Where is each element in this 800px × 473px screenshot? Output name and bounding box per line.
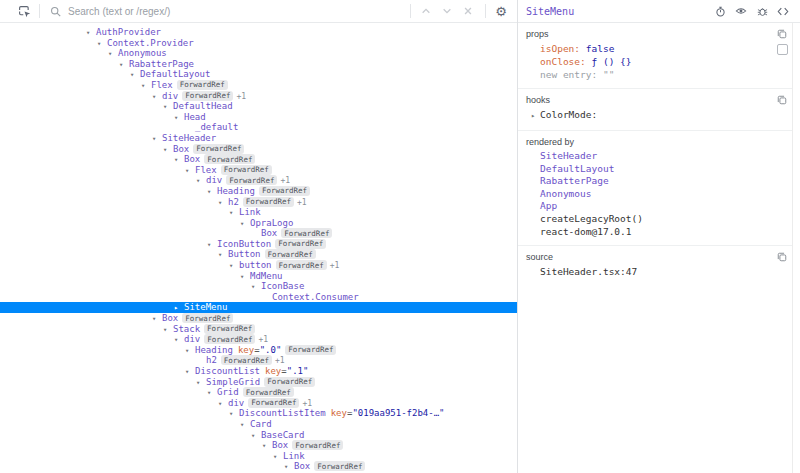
clear-search-icon[interactable] [460, 3, 476, 19]
tree-row--default[interactable]: _default [0, 122, 517, 133]
tree-row-link[interactable]: ▾Link [0, 451, 517, 462]
expand-arrow-icon[interactable]: ▾ [251, 431, 261, 442]
expand-arrow-icon[interactable]: ▾ [119, 60, 129, 71]
expand-arrow-icon[interactable]: ▾ [163, 102, 173, 113]
expand-arrow-icon[interactable]: ▾ [174, 155, 184, 166]
expand-arrow-icon[interactable]: ▾ [196, 378, 206, 389]
expand-arrow-icon[interactable]: ▾ [174, 335, 184, 346]
expand-arrow-icon[interactable]: ▾ [152, 314, 162, 325]
tree-row-h2[interactable]: h2ForwardRef+1 [0, 355, 517, 366]
expand-arrow-icon[interactable]: ▾ [229, 409, 239, 420]
copy-icon[interactable] [777, 95, 787, 105]
expand-arrow-icon[interactable]: ▾ [141, 81, 151, 92]
tree-row-link[interactable]: ▾Link [0, 207, 517, 218]
tree-row-grid[interactable]: ▾GridForwardRef [0, 387, 517, 398]
expand-arrow-icon[interactable]: ▾ [251, 282, 261, 293]
expand-arrow-icon[interactable]: ▾ [163, 145, 173, 156]
expand-arrow-icon[interactable]: ▾ [229, 208, 239, 219]
prop-value[interactable]: false [586, 43, 615, 54]
tree-row-context-consumer[interactable]: Context.Consumer [0, 292, 517, 303]
search-input[interactable] [68, 6, 403, 17]
tree-row-button[interactable]: ▾buttonForwardRef+1 [0, 260, 517, 271]
tree-row-sitemenu[interactable]: ▸SiteMenu [0, 302, 517, 313]
tree-row-discountlist[interactable]: ▾DiscountListkey=".1" [0, 366, 517, 377]
rendered-by-item[interactable]: DefaultLayout [526, 163, 784, 176]
rendered-by-item[interactable]: SiteHeader [526, 150, 784, 163]
expand-arrow-icon[interactable]: ▾ [218, 250, 228, 261]
bug-icon[interactable] [754, 3, 770, 19]
tree-row-div[interactable]: ▾divForwardRef+1 [0, 398, 517, 409]
tree-row-basecard[interactable]: ▾BaseCard [0, 430, 517, 441]
expand-arrow-icon[interactable]: ▾ [207, 388, 217, 399]
expand-arrow-icon[interactable]: ▾ [152, 92, 162, 103]
expand-arrow-icon[interactable]: ▾ [196, 176, 206, 187]
expand-arrow-icon[interactable]: ▾ [218, 399, 228, 410]
tree-row-anonymous[interactable]: ▾Anonymous [0, 48, 517, 59]
expand-arrow-icon[interactable]: ▾ [240, 219, 250, 230]
new-entry-row[interactable]: new entry: "" [526, 68, 784, 81]
tree-row-siteheader[interactable]: ▾SiteHeader [0, 133, 517, 144]
tree-row-div[interactable]: ▾divForwardRef+1 [0, 91, 517, 102]
tree-row-defaulthead[interactable]: ▾DefaultHead [0, 101, 517, 112]
settings-gear-icon[interactable]: ⚙ [493, 3, 509, 19]
tree-row-defaultlayout[interactable]: ▾DefaultLayout [0, 69, 517, 80]
view-source-icon[interactable] [775, 3, 791, 19]
expand-arrow-icon[interactable]: ▸ [531, 110, 540, 123]
expand-arrow-icon[interactable]: ▾ [240, 420, 250, 431]
tree-row-box[interactable]: ▾BoxForwardRef [0, 313, 517, 324]
expand-arrow-icon[interactable]: ▾ [207, 240, 217, 251]
tree-row-flex[interactable]: ▾FlexForwardRef [0, 80, 517, 91]
expand-arrow-icon[interactable]: ▾ [207, 187, 217, 198]
tree-row-div[interactable]: ▾divForwardRef+1 [0, 334, 517, 345]
tree-row-discountlistitem[interactable]: ▾DiscountListItemkey="019aa951-f2b4-…" [0, 408, 517, 419]
tree-row-h2[interactable]: ▾h2ForwardRef+1 [0, 197, 517, 208]
rendered-by-item[interactable]: RabatterPage [526, 175, 784, 188]
tree-row-stack[interactable]: ▾StackForwardRef [0, 324, 517, 335]
expand-arrow-icon[interactable]: ▾ [185, 367, 195, 378]
expand-arrow-icon[interactable]: ▾ [130, 70, 140, 81]
tree-row-heading[interactable]: ▾Headingkey=".0"ForwardRef [0, 345, 517, 356]
tree-row-authprovider[interactable]: ▾AuthProvider [0, 27, 517, 38]
tree-row-box[interactable]: BoxForwardRef [0, 228, 517, 239]
rendered-by-item[interactable]: Anonymous [526, 188, 784, 201]
prev-match-icon[interactable] [418, 3, 434, 19]
tree-row-box[interactable]: ▾BoxForwardRef [0, 440, 517, 451]
expand-arrow-icon[interactable]: ▾ [108, 49, 118, 60]
copy-icon[interactable] [777, 252, 787, 262]
timer-icon[interactable] [712, 3, 728, 19]
hook-row-colormode[interactable]: ▸ColorMode: [526, 108, 784, 123]
expand-arrow-icon[interactable]: ▾ [185, 346, 195, 357]
expand-arrow-icon[interactable]: ▾ [97, 39, 107, 50]
tree-row-card[interactable]: ▾Card [0, 419, 517, 430]
tree-row-box[interactable]: ▾BoxForwardRef [0, 144, 517, 155]
expand-arrow-icon[interactable]: ▾ [163, 325, 173, 336]
expand-arrow-icon[interactable]: ▾ [152, 134, 162, 145]
tree-row-button[interactable]: ▾ButtonForwardRef [0, 249, 517, 260]
tree-row-div[interactable]: ▾divForwardRef+1 [0, 175, 517, 186]
expand-arrow-icon[interactable]: ▾ [86, 28, 96, 39]
scrollbar-gutter[interactable] [792, 23, 800, 473]
tree-row-mdmenu[interactable]: ▾MdMenu [0, 271, 517, 282]
expand-arrow-icon[interactable]: ▾ [185, 166, 195, 177]
inspect-icon[interactable] [16, 3, 32, 19]
expand-arrow-icon[interactable]: ▾ [284, 462, 294, 473]
tree-row-flex[interactable]: ▾FlexForwardRef [0, 165, 517, 176]
expand-arrow-icon[interactable]: ▾ [273, 452, 283, 463]
next-match-icon[interactable] [439, 3, 455, 19]
props-checkbox[interactable] [777, 44, 788, 55]
copy-icon[interactable] [777, 29, 787, 39]
rendered-by-item[interactable]: App [526, 200, 784, 213]
tree-row-box[interactable]: ▾BoxForwardRef [0, 461, 517, 472]
tree-row-heading[interactable]: ▾HeadingForwardRef [0, 186, 517, 197]
expand-arrow-icon[interactable]: ▾ [240, 272, 250, 283]
tree-row-opralogo[interactable]: ▾OpraLogo [0, 218, 517, 229]
tree-row-iconbase[interactable]: ▾IconBase [0, 281, 517, 292]
expand-arrow-icon[interactable]: ▾ [229, 261, 239, 272]
eye-icon[interactable] [733, 3, 749, 19]
tree-row-box[interactable]: ▾BoxForwardRef [0, 154, 517, 165]
expand-arrow-icon[interactable]: ▾ [218, 198, 228, 209]
expand-arrow-icon[interactable]: ▾ [174, 113, 184, 124]
tree-row-context-provider[interactable]: ▾Context.Provider [0, 38, 517, 49]
new-entry-value[interactable]: "" [603, 69, 614, 80]
tree-row-iconbutton[interactable]: ▾IconButtonForwardRef [0, 239, 517, 250]
